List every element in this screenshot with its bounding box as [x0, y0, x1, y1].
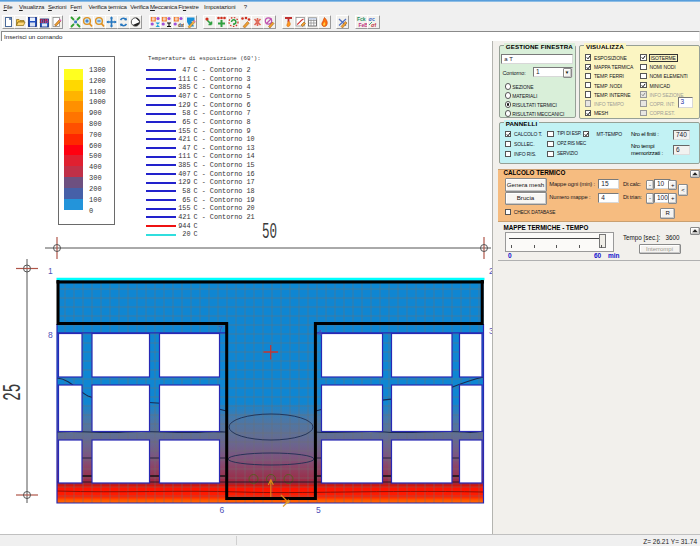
svg-text:50: 50 — [262, 220, 277, 245]
svg-text:8: 8 — [48, 330, 53, 340]
svg-text:7: 7 — [219, 324, 224, 334]
svg-text:5: 5 — [316, 505, 321, 515]
svg-text:25: 25 — [0, 384, 27, 401]
svg-text:4: 4 — [318, 328, 323, 338]
svg-text:6: 6 — [220, 505, 225, 515]
svg-text:1: 1 — [48, 266, 53, 276]
